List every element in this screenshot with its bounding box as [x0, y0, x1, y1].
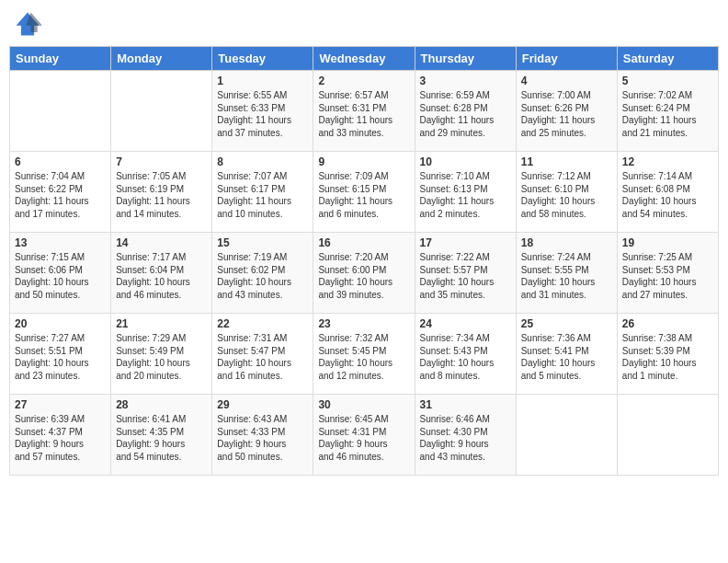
day-of-week-header: Wednesday: [313, 47, 415, 71]
day-number: 19: [622, 236, 713, 249]
day-number: 17: [420, 236, 511, 249]
day-number: 9: [318, 155, 409, 168]
day-number: 20: [15, 317, 106, 330]
day-number: 6: [15, 155, 106, 168]
day-info: Sunrise: 6:43 AM Sunset: 4:33 PM Dayligh…: [217, 413, 308, 463]
calendar-header-row: SundayMondayTuesdayWednesdayThursdayFrid…: [10, 47, 719, 71]
logo: [13, 9, 46, 39]
day-info: Sunrise: 7:19 AM Sunset: 6:02 PM Dayligh…: [217, 251, 308, 301]
day-info: Sunrise: 7:24 AM Sunset: 5:55 PM Dayligh…: [521, 251, 612, 301]
calendar-day-cell: 26Sunrise: 7:38 AM Sunset: 5:39 PM Dayli…: [617, 314, 718, 395]
day-info: Sunrise: 6:39 AM Sunset: 4:37 PM Dayligh…: [15, 413, 106, 463]
calendar-week-row: 6Sunrise: 7:04 AM Sunset: 6:22 PM Daylig…: [10, 152, 719, 233]
day-of-week-header: Tuesday: [212, 47, 313, 71]
calendar-day-cell: 17Sunrise: 7:22 AM Sunset: 5:57 PM Dayli…: [415, 233, 516, 314]
day-info: Sunrise: 6:57 AM Sunset: 6:31 PM Dayligh…: [318, 89, 409, 139]
calendar-table: SundayMondayTuesdayWednesdayThursdayFrid…: [9, 46, 719, 476]
calendar-day-cell: 6Sunrise: 7:04 AM Sunset: 6:22 PM Daylig…: [10, 152, 111, 233]
calendar-body: 1Sunrise: 6:55 AM Sunset: 6:33 PM Daylig…: [10, 71, 719, 476]
day-number: 13: [15, 236, 106, 249]
day-number: 4: [521, 75, 612, 87]
page-header: [9, 9, 719, 39]
day-info: Sunrise: 7:10 AM Sunset: 6:13 PM Dayligh…: [420, 170, 511, 220]
calendar-day-cell: 12Sunrise: 7:14 AM Sunset: 6:08 PM Dayli…: [617, 152, 718, 233]
calendar-day-cell: 4Sunrise: 7:00 AM Sunset: 6:26 PM Daylig…: [516, 71, 617, 152]
calendar-day-cell: 28Sunrise: 6:41 AM Sunset: 4:35 PM Dayli…: [111, 395, 212, 476]
day-of-week-header: Sunday: [10, 47, 111, 71]
calendar-week-row: 20Sunrise: 7:27 AM Sunset: 5:51 PM Dayli…: [10, 314, 719, 395]
calendar-day-cell: 13Sunrise: 7:15 AM Sunset: 6:06 PM Dayli…: [10, 233, 111, 314]
day-number: 5: [622, 75, 713, 87]
day-info: Sunrise: 7:20 AM Sunset: 6:00 PM Dayligh…: [318, 251, 409, 301]
calendar-day-cell: 2Sunrise: 6:57 AM Sunset: 6:31 PM Daylig…: [313, 71, 415, 152]
day-of-week-header: Monday: [111, 47, 212, 71]
day-info: Sunrise: 7:27 AM Sunset: 5:51 PM Dayligh…: [15, 332, 106, 382]
day-info: Sunrise: 7:31 AM Sunset: 5:47 PM Dayligh…: [217, 332, 308, 382]
calendar-day-cell: 19Sunrise: 7:25 AM Sunset: 5:53 PM Dayli…: [617, 233, 718, 314]
calendar-day-cell: [516, 395, 617, 476]
calendar-week-row: 27Sunrise: 6:39 AM Sunset: 4:37 PM Dayli…: [10, 395, 719, 476]
day-info: Sunrise: 7:12 AM Sunset: 6:10 PM Dayligh…: [521, 170, 612, 220]
day-info: Sunrise: 7:38 AM Sunset: 5:39 PM Dayligh…: [622, 332, 713, 382]
day-number: 31: [420, 398, 511, 411]
day-info: Sunrise: 7:34 AM Sunset: 5:43 PM Dayligh…: [420, 332, 511, 382]
calendar-day-cell: 5Sunrise: 7:02 AM Sunset: 6:24 PM Daylig…: [617, 71, 718, 152]
day-number: 8: [217, 155, 308, 168]
day-number: 30: [318, 398, 409, 411]
day-number: 18: [521, 236, 612, 249]
day-number: 24: [420, 317, 511, 330]
day-info: Sunrise: 7:14 AM Sunset: 6:08 PM Dayligh…: [622, 170, 713, 220]
day-number: 10: [420, 155, 511, 168]
calendar-week-row: 13Sunrise: 7:15 AM Sunset: 6:06 PM Dayli…: [10, 233, 719, 314]
day-info: Sunrise: 7:02 AM Sunset: 6:24 PM Dayligh…: [622, 89, 713, 139]
day-info: Sunrise: 7:04 AM Sunset: 6:22 PM Dayligh…: [15, 170, 106, 220]
calendar-day-cell: 9Sunrise: 7:09 AM Sunset: 6:15 PM Daylig…: [313, 152, 415, 233]
day-number: 27: [15, 398, 106, 411]
day-info: Sunrise: 7:09 AM Sunset: 6:15 PM Dayligh…: [318, 170, 409, 220]
calendar-day-cell: 23Sunrise: 7:32 AM Sunset: 5:45 PM Dayli…: [313, 314, 415, 395]
day-info: Sunrise: 7:25 AM Sunset: 5:53 PM Dayligh…: [622, 251, 713, 301]
day-number: 11: [521, 155, 612, 168]
day-info: Sunrise: 6:41 AM Sunset: 4:35 PM Dayligh…: [116, 413, 207, 463]
calendar-day-cell: [10, 71, 111, 152]
day-number: 28: [116, 398, 207, 411]
day-info: Sunrise: 7:07 AM Sunset: 6:17 PM Dayligh…: [217, 170, 308, 220]
day-of-week-header: Thursday: [415, 47, 516, 71]
day-info: Sunrise: 7:00 AM Sunset: 6:26 PM Dayligh…: [521, 89, 612, 139]
day-info: Sunrise: 7:05 AM Sunset: 6:19 PM Dayligh…: [116, 170, 207, 220]
calendar-day-cell: 3Sunrise: 6:59 AM Sunset: 6:28 PM Daylig…: [415, 71, 516, 152]
day-info: Sunrise: 7:15 AM Sunset: 6:06 PM Dayligh…: [15, 251, 106, 301]
day-number: 25: [521, 317, 612, 330]
calendar-day-cell: 31Sunrise: 6:46 AM Sunset: 4:30 PM Dayli…: [415, 395, 516, 476]
calendar-day-cell: 10Sunrise: 7:10 AM Sunset: 6:13 PM Dayli…: [415, 152, 516, 233]
calendar-day-cell: 18Sunrise: 7:24 AM Sunset: 5:55 PM Dayli…: [516, 233, 617, 314]
calendar-day-cell: 22Sunrise: 7:31 AM Sunset: 5:47 PM Dayli…: [212, 314, 313, 395]
day-info: Sunrise: 7:32 AM Sunset: 5:45 PM Dayligh…: [318, 332, 409, 382]
calendar-week-row: 1Sunrise: 6:55 AM Sunset: 6:33 PM Daylig…: [10, 71, 719, 152]
day-info: Sunrise: 7:22 AM Sunset: 5:57 PM Dayligh…: [420, 251, 511, 301]
day-number: 16: [318, 236, 409, 249]
calendar-day-cell: 24Sunrise: 7:34 AM Sunset: 5:43 PM Dayli…: [415, 314, 516, 395]
logo-icon: [13, 9, 42, 39]
calendar-day-cell: 11Sunrise: 7:12 AM Sunset: 6:10 PM Dayli…: [516, 152, 617, 233]
calendar-day-cell: 16Sunrise: 7:20 AM Sunset: 6:00 PM Dayli…: [313, 233, 415, 314]
day-info: Sunrise: 6:55 AM Sunset: 6:33 PM Dayligh…: [217, 89, 308, 139]
day-number: 14: [116, 236, 207, 249]
day-number: 3: [420, 75, 511, 87]
day-number: 21: [116, 317, 207, 330]
day-number: 15: [217, 236, 308, 249]
calendar-day-cell: 27Sunrise: 6:39 AM Sunset: 4:37 PM Dayli…: [10, 395, 111, 476]
calendar-day-cell: 7Sunrise: 7:05 AM Sunset: 6:19 PM Daylig…: [111, 152, 212, 233]
day-info: Sunrise: 7:36 AM Sunset: 5:41 PM Dayligh…: [521, 332, 612, 382]
day-of-week-header: Saturday: [617, 47, 718, 71]
day-info: Sunrise: 6:45 AM Sunset: 4:31 PM Dayligh…: [318, 413, 409, 463]
calendar-day-cell: 29Sunrise: 6:43 AM Sunset: 4:33 PM Dayli…: [212, 395, 313, 476]
calendar-day-cell: [111, 71, 212, 152]
calendar-day-cell: [617, 395, 718, 476]
calendar-day-cell: 14Sunrise: 7:17 AM Sunset: 6:04 PM Dayli…: [111, 233, 212, 314]
day-number: 1: [217, 75, 308, 87]
calendar-day-cell: 21Sunrise: 7:29 AM Sunset: 5:49 PM Dayli…: [111, 314, 212, 395]
day-of-week-header: Friday: [516, 47, 617, 71]
day-number: 26: [622, 317, 713, 330]
calendar-day-cell: 1Sunrise: 6:55 AM Sunset: 6:33 PM Daylig…: [212, 71, 313, 152]
